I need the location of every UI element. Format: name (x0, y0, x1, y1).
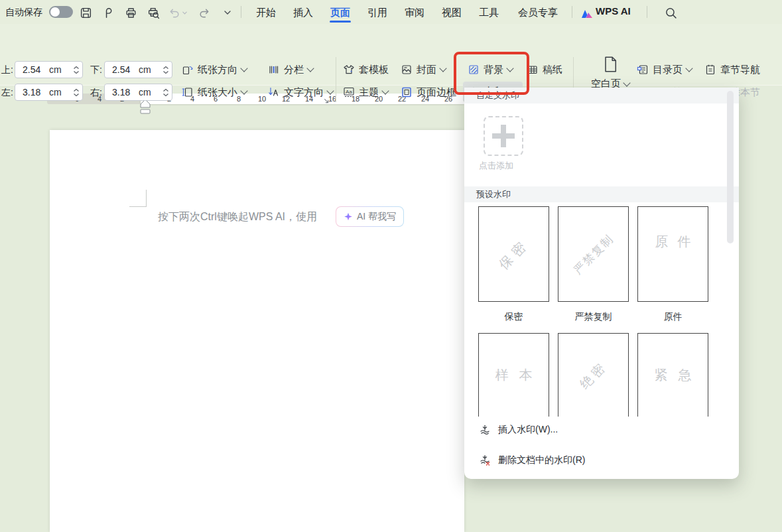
print-icon (125, 7, 137, 19)
tab-insert[interactable]: 插入 (288, 3, 318, 23)
ai-hint-text: 按下两次Ctrl键唤起WPS AI，使用 (158, 210, 317, 224)
tab-view[interactable]: 视图 (436, 3, 467, 23)
margin-left-label: 左: (1, 87, 13, 99)
button-label: 封面 (417, 64, 436, 76)
print-button[interactable] (122, 4, 139, 21)
divider (572, 6, 572, 18)
button-label: 文字方向 (284, 86, 324, 99)
autosave-label: 自动保存 (5, 7, 42, 19)
theme-icon: Aa (343, 86, 355, 98)
toggle-knob (50, 7, 60, 17)
margin-top-input[interactable]: 2.54 cm (15, 61, 83, 78)
export-pdf-button[interactable] (99, 4, 117, 21)
watermark-preset-original[interactable]: 原件 (637, 206, 708, 302)
watermark-preview-text: 紧急 (644, 366, 702, 384)
theme-button[interactable]: Aa 主题 (343, 83, 388, 101)
button-label: 稿纸 (543, 64, 562, 76)
text-direction-button[interactable]: 文字方向 (268, 83, 333, 101)
panel-scrollbar-thumb[interactable] (727, 91, 734, 243)
watermark-preset-no-copy[interactable]: 严禁复制 (558, 206, 629, 302)
columns-icon (268, 64, 280, 76)
paper-orientation-icon (182, 64, 194, 76)
watermark-preview-text: 样本 (485, 366, 543, 384)
watermark-preset-label: 原件 (637, 311, 708, 323)
chapter-nav-icon (704, 64, 716, 76)
watermark-dropdown-panel: 自定义水印 点击添加 预设水印 保密 严禁复制 原件 保密 严禁复制 原件 样本… (464, 88, 739, 479)
button-label: 主题 (359, 86, 379, 99)
watermark-preview-text: 绝密 (576, 358, 610, 392)
margin-right-input[interactable]: 3.18 cm (104, 84, 172, 101)
caret-down-icon (306, 64, 314, 72)
chapter-navigation-button[interactable]: 章节导航 (704, 60, 760, 79)
background-icon (468, 64, 480, 76)
cover-button[interactable]: 封面 (401, 60, 446, 79)
insert-watermark-menu-item[interactable]: 插入水印(W)... (464, 419, 739, 441)
apply-template-button[interactable]: 套模板 (343, 60, 389, 79)
autosave-toggle[interactable] (49, 6, 73, 18)
save-button[interactable] (77, 4, 94, 21)
watermark-preset-urgent[interactable]: 紧急 (637, 333, 708, 417)
toc-page-button[interactable]: 目录页 (637, 60, 692, 79)
cover-icon (401, 64, 413, 76)
save-icon (80, 7, 92, 19)
caret-down-icon (240, 64, 247, 72)
button-label: 章节导航 (720, 64, 760, 76)
paper-size-button[interactable]: 纸张大小 (182, 83, 247, 101)
toolbar-more-button[interactable] (219, 4, 236, 21)
tab-references[interactable]: 引用 (362, 3, 393, 23)
redo-button[interactable] (195, 4, 212, 21)
search-icon (665, 7, 677, 19)
margin-bottom-value[interactable]: 2.54 (112, 64, 139, 75)
section-title: 自定义水印 (476, 90, 519, 101)
watermark-preset-sample[interactable]: 样本 (478, 333, 549, 417)
button-label: 纸张方向 (198, 64, 237, 76)
tab-membership[interactable]: 会员专享 (511, 3, 565, 23)
remove-watermark-menu-item[interactable]: 删除文档中的水印(R) (464, 449, 739, 472)
tab-tools[interactable]: 工具 (474, 3, 504, 23)
export-pdf-icon (102, 7, 115, 19)
blank-page-button[interactable]: 空白页 (586, 55, 634, 90)
plus-icon (492, 125, 515, 147)
spinner-arrows[interactable] (73, 66, 80, 74)
background-button[interactable]: 背景 (468, 60, 513, 79)
ai-write-label: AI 帮我写 (357, 211, 396, 223)
tab-review[interactable]: 审阅 (399, 3, 430, 23)
wps-writer-window: 自动保存 开始 插入 页面 引用 审阅 视图 工 (0, 0, 782, 532)
margin-right-label: 右: (90, 87, 102, 99)
button-label: 分栏 (284, 64, 304, 76)
wps-ai-button[interactable] (578, 5, 596, 23)
tab-page[interactable]: 页面 (325, 3, 356, 23)
spinner-arrows[interactable] (163, 66, 169, 74)
tab-home[interactable]: 开始 (251, 3, 281, 23)
button-label: 背景 (484, 64, 503, 76)
undo-caret[interactable] (180, 4, 188, 21)
chevron-down-icon (223, 8, 232, 17)
insert-watermark-icon (479, 424, 491, 436)
margin-top-value[interactable]: 2.54 (23, 64, 49, 75)
text-boundary-corner-mark (146, 190, 147, 207)
page-border-button[interactable]: 页面边框 (401, 83, 456, 101)
manuscript-paper-button[interactable]: 稿纸 (527, 60, 562, 79)
caret-down-icon (326, 87, 334, 94)
watermark-preset-confidential[interactable]: 保密 (478, 206, 549, 302)
button-label: 页面边框 (417, 86, 456, 99)
margin-right-value[interactable]: 3.18 (112, 87, 139, 98)
paper-orientation-button[interactable]: 纸张方向 (182, 60, 247, 79)
margin-left-value[interactable]: 3.18 (23, 87, 49, 98)
spinner-arrows[interactable] (73, 88, 80, 97)
manuscript-icon (527, 64, 539, 76)
margin-bottom-input[interactable]: 2.54 cm (104, 61, 172, 78)
add-watermark-button[interactable] (484, 116, 523, 156)
spinner-arrows[interactable] (163, 88, 169, 97)
watermark-preset-top-secret[interactable]: 绝密 (558, 333, 629, 417)
wps-ai-label[interactable]: WPS AI (596, 5, 631, 17)
margin-left-input[interactable]: 3.18 cm (15, 84, 83, 101)
print-preview-button[interactable] (145, 4, 162, 21)
watermark-preset-label: 保密 (478, 311, 549, 323)
spin-up-icon (163, 88, 169, 92)
columns-button[interactable]: 分栏 (268, 60, 313, 79)
search-button[interactable] (662, 4, 679, 21)
document-page[interactable] (50, 130, 464, 532)
ai-write-button[interactable]: AI 帮我写 (336, 206, 404, 227)
sparkle-icon (344, 212, 353, 222)
